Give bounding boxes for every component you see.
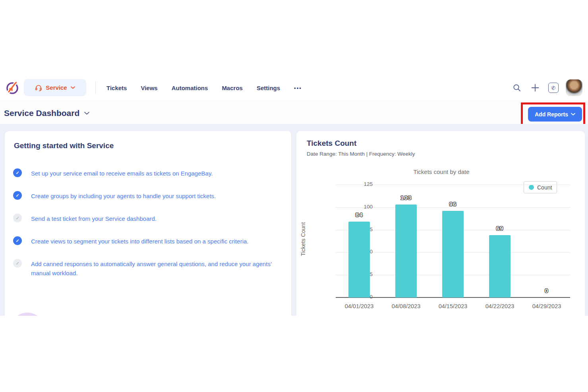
- dashboard-content: Getting started with Service ✓Set up you…: [0, 124, 588, 316]
- decorative-blob: [10, 313, 44, 316]
- app-switcher-service[interactable]: Service: [24, 79, 86, 96]
- tickets-count-title: Tickets Count: [307, 139, 356, 148]
- chevron-down-icon: [84, 112, 89, 115]
- x-tick-label: 04/15/2023: [429, 303, 476, 309]
- bar-value-label: 0: [523, 287, 570, 294]
- y-tick-100: 100: [337, 204, 373, 210]
- check-circle-done-icon: ✓: [13, 236, 22, 245]
- checklist-item-5[interactable]: ✓Add canned responses to automatically a…: [5, 259, 291, 278]
- nav-more-button[interactable]: •••: [294, 85, 302, 91]
- y-tick-125: 125: [337, 181, 373, 187]
- add-reports-button[interactable]: Add Reports: [528, 107, 582, 122]
- x-tick-label: 04/08/2023: [383, 303, 429, 309]
- checklist-item-text: Add canned responses to automatically an…: [31, 259, 275, 278]
- main-nav: TicketsViewsAutomationsMacrosSettings•••: [106, 75, 302, 100]
- check-circle-todo-icon: ✓: [13, 214, 22, 222]
- checklist-item-text: Set up your service email to receive ema…: [31, 168, 213, 178]
- screenshot-canvas: Service TicketsViewsAutomationsMacrosSet…: [0, 0, 588, 392]
- tickets-count-card: Tickets Count Date Range: This Month | F…: [296, 131, 585, 316]
- x-tick-label: 04/29/2023: [523, 303, 570, 309]
- bar-value-label: 84: [336, 211, 383, 218]
- checklist-item-text: Create groups by including your agents t…: [31, 191, 216, 201]
- plus-icon[interactable]: [526, 79, 544, 97]
- call-icon[interactable]: ✆: [544, 79, 563, 97]
- nav-item-settings[interactable]: Settings: [257, 85, 280, 91]
- checklist-item-4[interactable]: ✓Create views to segment your tickets in…: [5, 236, 291, 246]
- check-circle-done-icon: ✓: [13, 168, 22, 177]
- page-title: Service Dashboard: [4, 108, 79, 118]
- add-reports-label: Add Reports: [535, 111, 568, 118]
- chevron-down-icon: [71, 86, 75, 89]
- bar-value-label: 96: [429, 201, 476, 207]
- nav-item-tickets[interactable]: Tickets: [106, 85, 127, 91]
- bar-04/15/2023[interactable]: [442, 211, 464, 297]
- user-avatar[interactable]: [566, 79, 582, 96]
- header-divider: [95, 81, 96, 94]
- engagebay-app: Service TicketsViewsAutomationsMacrosSet…: [0, 75, 588, 316]
- checklist-item-1[interactable]: ✓Set up your service email to receive em…: [5, 168, 291, 178]
- app-switcher-label: Service: [46, 84, 67, 91]
- check-circle-todo-icon: ✓: [13, 259, 22, 268]
- bar-value-label: 69: [476, 225, 523, 232]
- chart-plot-area: 02550751001258404/01/202310304/08/202396…: [336, 163, 570, 316]
- top-navigation-bar: Service TicketsViewsAutomationsMacrosSet…: [0, 75, 588, 100]
- header-actions: ✆: [508, 75, 588, 100]
- nav-item-automations[interactable]: Automations: [172, 85, 208, 91]
- checklist-item-2[interactable]: ✓Create groups by including your agents …: [5, 191, 291, 201]
- x-tick-label: 04/22/2023: [476, 303, 523, 309]
- bar-04/01/2023[interactable]: [348, 222, 370, 297]
- getting-started-card: Getting started with Service ✓Set up you…: [5, 131, 291, 316]
- checklist-item-text: Create views to segment your tickets int…: [31, 236, 248, 246]
- bar-04/22/2023[interactable]: [489, 235, 511, 297]
- tickets-count-chart: Tickets count by date Count Tickets Coun…: [296, 163, 585, 316]
- checklist-item-3[interactable]: ✓Send a test ticket from your Service da…: [5, 214, 291, 223]
- search-icon[interactable]: [508, 79, 526, 97]
- bar-04/08/2023[interactable]: [395, 205, 417, 297]
- check-circle-done-icon: ✓: [13, 191, 22, 200]
- dashboard-title-dropdown[interactable]: Service Dashboard: [4, 108, 89, 118]
- nav-item-views[interactable]: Views: [141, 85, 157, 91]
- tickets-count-subtitle: Date Range: This Month | Frequency: Week…: [307, 151, 415, 157]
- chart-y-axis-label: Tickets Count: [300, 207, 306, 271]
- checklist-item-text: Send a test ticket from your Service das…: [31, 214, 157, 223]
- headset-icon: [35, 84, 42, 91]
- call-icon-glyph: ✆: [548, 83, 559, 93]
- x-tick-label: 04/01/2023: [336, 303, 383, 309]
- engagebay-logo-icon[interactable]: [4, 79, 21, 96]
- nav-item-macros[interactable]: Macros: [222, 85, 243, 91]
- getting-started-checklist: ✓Set up your service email to receive em…: [5, 168, 291, 291]
- getting-started-title: Getting started with Service: [14, 141, 114, 150]
- bar-value-label: 103: [383, 194, 429, 201]
